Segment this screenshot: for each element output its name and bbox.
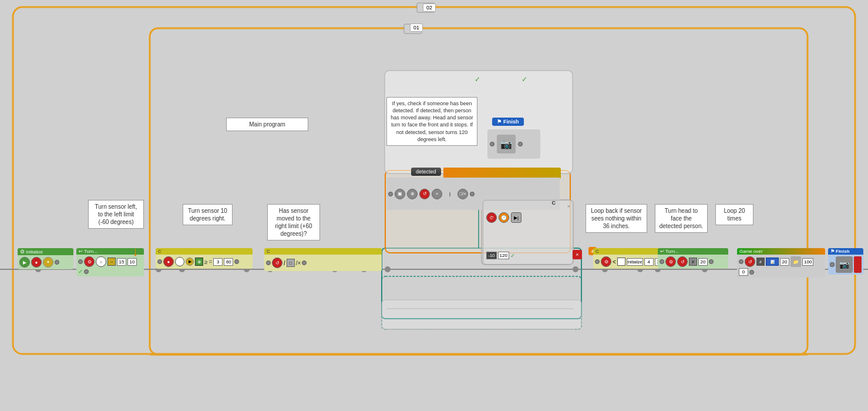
conn-dl — [388, 192, 393, 196]
svg-point-14 — [573, 266, 578, 272]
check-c: ✓ — [510, 252, 515, 259]
conn-cl — [595, 259, 600, 264]
conn-right — [84, 269, 89, 274]
finish-final-label: Finish — [836, 249, 850, 254]
slash-icon: / — [284, 260, 285, 266]
loop-label-01: 01 — [410, 24, 423, 32]
val-neg10[interactable]: -10 — [486, 252, 497, 259]
conn-tl — [660, 259, 664, 264]
check-top2: ✓ — [522, 75, 527, 83]
conn-right — [302, 260, 307, 265]
finish-block-upper[interactable]: ⚑ Finish — [492, 118, 524, 126]
finish-icon: ⚑ — [497, 119, 502, 125]
turn-block-2[interactable]: ↩ Turn... ⚙ ↺ # 20 — [658, 248, 728, 269]
initialize-label: Initialize — [26, 249, 43, 255]
timer-icon[interactable]: ⏱ — [486, 212, 497, 223]
go-icon1[interactable]: ↺ — [745, 256, 755, 267]
sensor2-icon[interactable]: ⚙ — [601, 256, 611, 267]
body-icon5[interactable]: □/× — [457, 189, 468, 199]
slash2-icon: /× — [296, 260, 301, 266]
eq-symbol: = — [209, 259, 213, 265]
val-20c[interactable]: 20 — [780, 258, 789, 266]
divider: | — [444, 188, 456, 200]
close-nested-x[interactable]: × — [573, 250, 582, 259]
conn-gr — [749, 270, 754, 275]
finish-label: Finish — [503, 119, 519, 125]
detected-bar — [443, 168, 561, 178]
svg-rect-23 — [382, 276, 581, 329]
conn-left — [78, 259, 83, 264]
body-icon2[interactable]: ⊕ — [407, 189, 418, 199]
stop-square — [854, 256, 862, 273]
conn-fr — [518, 142, 523, 146]
compare-label: C — [596, 249, 599, 254]
initialize-block[interactable]: ⚙ Initialize ▶ ● ✦ — [18, 248, 73, 269]
finish-camera-icon: 📷 — [836, 256, 853, 273]
body-icon4[interactable]: × — [432, 189, 442, 199]
comment-loop-back: Loop back if sensor sees nothing within … — [586, 204, 647, 233]
lt-symbol: < — [613, 259, 616, 265]
c-label-2: C — [267, 249, 270, 254]
game-over-section[interactable]: Game over ↺ # 📊 20 📁 100 0 — [737, 248, 825, 278]
motor-mini-icon: ⊕ — [195, 258, 203, 266]
val-120b[interactable]: 120 — [498, 252, 509, 259]
conn-tr — [709, 259, 714, 264]
c-label-1: C — [158, 249, 162, 254]
val-3[interactable]: 3 — [213, 258, 223, 266]
stop-btn[interactable]: ● — [31, 257, 42, 268]
finish-flag-icon: ⚑ — [830, 249, 835, 254]
c-inner-frame: C × ⏱ 🕐 ▶| -10 120 ✓ — [483, 200, 574, 265]
motor-icon[interactable]: ⚙ — [84, 256, 95, 267]
val-20b[interactable]: 20 — [698, 258, 708, 266]
svg-rect-27 — [382, 300, 581, 329]
camera-icon: 📷 — [497, 135, 516, 153]
conn-dr — [470, 192, 475, 196]
val-15[interactable]: 15 — [117, 258, 126, 266]
play-btn[interactable]: ▶ — [19, 257, 30, 268]
game-over-label: Game over — [739, 249, 763, 254]
nav-btn[interactable]: ✦ — [43, 257, 53, 268]
sensor-icon[interactable]: ● — [163, 256, 174, 267]
down-arrow: ↓ — [132, 244, 139, 259]
square2 — [617, 258, 625, 266]
conn-fl — [490, 142, 494, 146]
canvas: 02 01 Main program Turn sensor left, to … — [0, 0, 868, 411]
body-icon3[interactable]: ↺ — [419, 189, 430, 199]
connector-right — [55, 260, 59, 265]
val-0[interactable]: 0 — [739, 268, 748, 276]
icon-1[interactable]: ↺ — [272, 258, 282, 268]
comment-sensor-moved: Has sensor moved to the right limit (+60… — [267, 204, 320, 240]
conn-fin-l — [830, 262, 835, 267]
comment-turn-head: Turn head to face the detected person. — [655, 204, 708, 233]
val-100[interactable]: 100 — [802, 258, 813, 266]
go-icon2: # — [756, 258, 765, 266]
gear-icon: ○ — [96, 256, 106, 267]
val-60[interactable]: 60 — [224, 258, 233, 266]
if-else-block-header[interactable]: C ↺ / □ /× — [264, 248, 382, 271]
turn1-label: Turn... — [84, 249, 97, 254]
turn2-motor[interactable]: ⚙ — [665, 256, 676, 267]
finish-block-body: 📷 — [487, 129, 540, 159]
next-icon[interactable]: ▶| — [511, 212, 522, 223]
turn2-label: Turn... — [665, 249, 679, 254]
comment-if-yes: If yes, check if someone has been detect… — [386, 97, 477, 146]
val-4b[interactable]: 4 — [644, 258, 654, 266]
gte-symbol: ≥ — [204, 259, 208, 265]
detected-badge: detected — [411, 168, 441, 176]
body-icon1[interactable]: ▣ — [395, 189, 405, 199]
comment-sensor-right: Turn sensor 10 degrees right. — [183, 204, 233, 225]
conn-left — [157, 259, 162, 264]
go-chart: 📊 — [766, 258, 779, 266]
condition-block-1[interactable]: C ● ▶ ⊕ ≥ = 3 60 — [156, 248, 253, 269]
svg-point-13 — [385, 266, 391, 272]
close-inner-x[interactable]: × — [567, 203, 570, 209]
arrow-right-icon: ▶ — [186, 258, 194, 266]
arrow-icon: → — [107, 258, 116, 266]
val-km[interactable]: Initialize — [627, 258, 643, 266]
c-inner-label: C — [552, 200, 556, 206]
finish-block-final[interactable]: ⚑ Finish 📷 — [828, 248, 863, 275]
turn2-icon2[interactable]: ↺ — [677, 256, 688, 267]
comment-main-program: Main program — [226, 118, 308, 131]
clock-icon[interactable]: 🕐 — [499, 212, 509, 223]
conn-right — [234, 259, 239, 264]
